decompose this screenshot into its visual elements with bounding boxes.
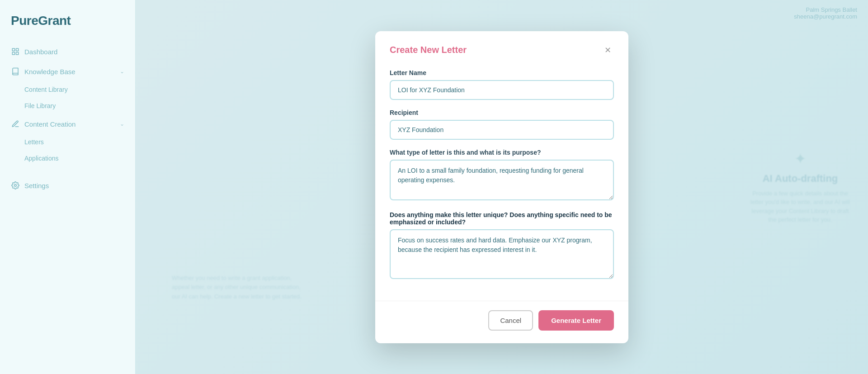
grid-icon	[11, 47, 20, 56]
create-letter-modal: Create New Letter ✕ Letter Name Recipien…	[375, 31, 628, 343]
recipient-input[interactable]	[390, 120, 614, 140]
book-icon	[11, 67, 20, 76]
modal-title: Create New Letter	[390, 45, 467, 55]
sidebar-item-settings-label: Settings	[24, 182, 49, 189]
generate-letter-button[interactable]: Generate Letter	[538, 310, 614, 331]
sidebar-item-content-library[interactable]: Content Library	[0, 81, 135, 98]
letter-name-input[interactable]	[390, 80, 614, 100]
unique-group: Does anything make this letter unique? D…	[390, 211, 614, 281]
modal-header: Create New Letter ✕	[375, 31, 628, 66]
svg-rect-1	[16, 48, 19, 51]
sidebar: PureGrant Dashboard Knowledge Base ⌄ Con…	[0, 0, 136, 374]
modal-footer: Cancel Generate Letter	[375, 301, 628, 343]
sidebar-item-applications-label: Applications	[24, 155, 59, 162]
sidebar-item-knowledge-base-label: Knowledge Base	[24, 68, 75, 76]
settings-icon	[11, 181, 20, 190]
svg-point-4	[14, 185, 17, 187]
sidebar-item-applications[interactable]: Applications	[0, 150, 135, 166]
chevron-down-icon: ⌄	[120, 68, 124, 75]
purpose-group: What type of letter is this and what is …	[390, 149, 614, 202]
chevron-down-icon-2: ⌄	[120, 121, 124, 127]
sidebar-item-file-library-label: File Library	[24, 102, 56, 109]
svg-rect-0	[12, 48, 14, 51]
cancel-button[interactable]: Cancel	[488, 310, 533, 331]
letter-name-group: Letter Name	[390, 69, 614, 100]
modal-body: Letter Name Recipient What type of lette…	[375, 66, 628, 301]
sidebar-item-letters[interactable]: Letters	[0, 134, 135, 150]
sidebar-item-letters-label: Letters	[24, 138, 44, 146]
sidebar-item-settings[interactable]: Settings	[0, 175, 135, 195]
modal-close-button[interactable]: ✕	[601, 44, 614, 57]
sidebar-item-content-library-label: Content Library	[24, 86, 68, 93]
sidebar-item-knowledge-base[interactable]: Knowledge Base ⌄	[0, 62, 135, 81]
edit-icon	[11, 119, 20, 128]
sidebar-item-content-creation[interactable]: Content Creation ⌄	[0, 114, 135, 134]
letter-name-label: Letter Name	[390, 69, 614, 76]
purpose-textarea[interactable]: An LOI to a small family foundation, req…	[390, 160, 614, 200]
recipient-label: Recipient	[390, 109, 614, 116]
sidebar-item-dashboard[interactable]: Dashboard	[0, 42, 135, 62]
svg-rect-3	[16, 52, 19, 55]
recipient-group: Recipient	[390, 109, 614, 140]
unique-textarea[interactable]: Focus on success rates and hard data. Em…	[390, 229, 614, 279]
main-content: Palm Springs Ballet sheena@puregrant.com…	[136, 0, 868, 374]
sidebar-item-file-library[interactable]: File Library	[0, 98, 135, 114]
app-logo: PureGrant	[0, 9, 135, 42]
modal-overlay: Create New Letter ✕ Letter Name Recipien…	[136, 0, 868, 374]
sidebar-item-content-creation-label: Content Creation	[24, 120, 75, 128]
svg-rect-2	[12, 52, 14, 55]
sidebar-item-dashboard-label: Dashboard	[24, 48, 57, 56]
purpose-label: What type of letter is this and what is …	[390, 149, 614, 156]
unique-label: Does anything make this letter unique? D…	[390, 211, 614, 226]
